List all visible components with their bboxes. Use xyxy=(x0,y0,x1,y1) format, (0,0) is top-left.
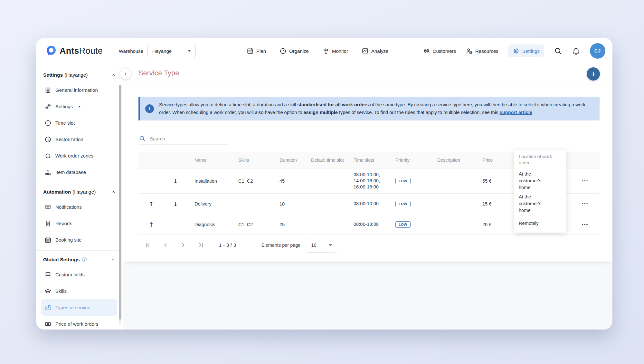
nav-settings[interactable]: Settings xyxy=(508,44,544,57)
calendar-icon xyxy=(44,236,52,244)
content-sheet: i Service types allow you to define a ti… xyxy=(123,84,612,262)
sidebar-item-label: Types of service xyxy=(55,305,90,310)
move-down-button[interactable]: ↓ xyxy=(171,200,180,208)
app-window: AntsRoute Warehouse Hayange PlanOrganize… xyxy=(36,38,612,330)
sidebar-section-automation[interactable]: Automation(Hayange) xyxy=(43,185,123,199)
more-horizontal-icon xyxy=(582,224,583,225)
sidebar-item-price-of-work-orders[interactable]: Price of work orders xyxy=(41,316,117,330)
move-up-button[interactable]: ↑ xyxy=(147,220,156,229)
cell-duration: 25 xyxy=(272,222,303,227)
support-article-link[interactable]: support article xyxy=(500,110,532,115)
people-icon xyxy=(423,47,430,54)
sidebar-item-label: Booking site xyxy=(55,237,82,243)
banner-text-segment: Service types allow you to define a time… xyxy=(159,102,297,107)
nav-resources[interactable]: Resources xyxy=(466,47,498,54)
sidebar-divider xyxy=(36,250,119,251)
caret-down-icon xyxy=(329,244,332,246)
sidebar-section-settings[interactable]: Settings(Hayange) xyxy=(43,68,123,82)
calendar-icon xyxy=(247,47,254,54)
more-horizontal-icon xyxy=(586,224,588,225)
gear-icon xyxy=(513,47,520,54)
clock-icon xyxy=(44,120,52,127)
previous-page-button[interactable] xyxy=(162,242,169,249)
cell-time-slots: 08:00-10:00, 14:00-16:00, 16:00-18:00 xyxy=(352,169,394,193)
warehouse-label: Warehouse xyxy=(119,48,143,54)
right-nav-items: CustomersResourcesSettings xyxy=(423,44,544,57)
sidebar-item-work-order-zones[interactable]: Work order zones xyxy=(41,148,117,164)
chart-icon xyxy=(362,47,369,54)
sidebar-item-reports[interactable]: Reports xyxy=(41,215,117,232)
nav-customers[interactable]: Customers xyxy=(423,47,456,54)
sidebar-item-custom-fields[interactable]: Custom fields xyxy=(41,266,117,283)
sidebar-item-time-slot[interactable]: Time slot xyxy=(41,115,117,131)
pagination-range: 1 - 3 / 3 xyxy=(219,243,236,248)
warehouse-select-value: Hayange xyxy=(152,48,172,54)
nav-label: Organize xyxy=(289,48,309,54)
antsroute-logo-icon xyxy=(45,45,57,57)
more-options-button[interactable] xyxy=(579,201,590,207)
sidebar-item-notifications[interactable]: Notifications xyxy=(41,199,117,215)
info-banner: i Service types allow you to define a ti… xyxy=(138,97,600,120)
nav-plan[interactable]: Plan xyxy=(247,47,266,54)
column-header-name: Name xyxy=(187,158,231,163)
first-page-button[interactable] xyxy=(144,242,151,249)
caret-down-icon xyxy=(188,50,191,52)
search-icon[interactable] xyxy=(554,47,562,55)
sidebar-item-settings[interactable]: Settings xyxy=(41,98,117,115)
per-page-select[interactable]: 10 xyxy=(306,238,337,253)
rows-icon xyxy=(44,271,52,278)
location-column-cells: At the customer's homeAt the customer's … xyxy=(514,168,566,233)
cell-time-slots: 08:00-10:00 xyxy=(352,198,394,209)
section-title-text: Global Settings xyxy=(43,257,80,263)
more-options-button[interactable] xyxy=(579,221,590,228)
collapse-sidebar-button[interactable] xyxy=(120,68,131,79)
sidebar-divider xyxy=(36,183,119,183)
nav-label: Analyze xyxy=(371,48,388,54)
banknote-icon xyxy=(44,321,52,328)
location-column-overlay: Location of work order At the customer's… xyxy=(514,150,566,233)
column-header-default-time-slot: Default time slot xyxy=(303,158,352,163)
avatar[interactable]: CJ xyxy=(590,43,605,59)
graduation-cap-icon xyxy=(44,288,52,295)
move-down-button[interactable]: ↓ xyxy=(171,177,180,185)
warehouse-select[interactable]: Hayange xyxy=(147,44,196,58)
bell-icon[interactable] xyxy=(572,47,580,55)
nav-label: Monitor xyxy=(332,48,348,54)
sidebar-section-global-settings[interactable]: Global Settingsⓘ xyxy=(43,253,123,266)
next-page-button[interactable] xyxy=(180,242,187,249)
location-cell: At the customer's home xyxy=(514,168,566,193)
nav-monitor[interactable]: Monitor xyxy=(322,47,348,54)
sidebar-item-label: Sectorization xyxy=(55,137,83,142)
sidebar-item-general-information[interactable]: General information xyxy=(41,82,117,98)
move-up-button[interactable]: ↑ xyxy=(147,200,156,208)
banner-text-segment: standardised for all work orders xyxy=(297,102,369,107)
person-gear-icon xyxy=(466,47,473,54)
sidebar-scrollbar-thumb[interactable] xyxy=(119,85,121,320)
last-page-button[interactable] xyxy=(197,242,204,249)
cell-move-up: ↑ xyxy=(138,220,164,229)
nav-organize[interactable]: Organize xyxy=(279,47,309,54)
more-horizontal-icon xyxy=(582,203,583,205)
primary-nav: PlanOrganizeMonitorAnalyze xyxy=(247,47,388,54)
top-bar: AntsRoute Warehouse Hayange PlanOrganize… xyxy=(36,38,612,64)
column-header-priority: Priority xyxy=(394,158,436,163)
sidebar-item-skills[interactable]: Skills xyxy=(41,283,117,299)
sidebar-item-label: Reports xyxy=(55,221,72,226)
more-options-button[interactable] xyxy=(579,178,590,184)
nav-label: Customers xyxy=(433,48,456,54)
service-type-table: NameSkillsDurationDefault time slotTime … xyxy=(138,152,600,255)
more-horizontal-icon xyxy=(586,203,588,205)
cell-actions xyxy=(570,221,600,228)
page-title: Service Type xyxy=(138,69,179,77)
chevron-up-icon xyxy=(111,257,116,262)
sidebar-item-sectorization[interactable]: Sectorization xyxy=(41,131,117,148)
nav-analyze[interactable]: Analyze xyxy=(362,47,388,54)
sidebar-item-types-of-service[interactable]: Types of service xyxy=(41,299,117,316)
search-input[interactable] xyxy=(149,136,227,142)
sidebar-item-label: Time slot xyxy=(55,120,75,126)
more-horizontal-icon xyxy=(586,180,588,182)
sidebar-item-booking-site[interactable]: Booking site xyxy=(41,232,117,248)
antsroute-logo[interactable]: AntsRoute xyxy=(45,45,103,57)
sidebar-item-item-database[interactable]: Item database xyxy=(41,164,117,180)
add-service-type-button[interactable] xyxy=(587,67,600,81)
